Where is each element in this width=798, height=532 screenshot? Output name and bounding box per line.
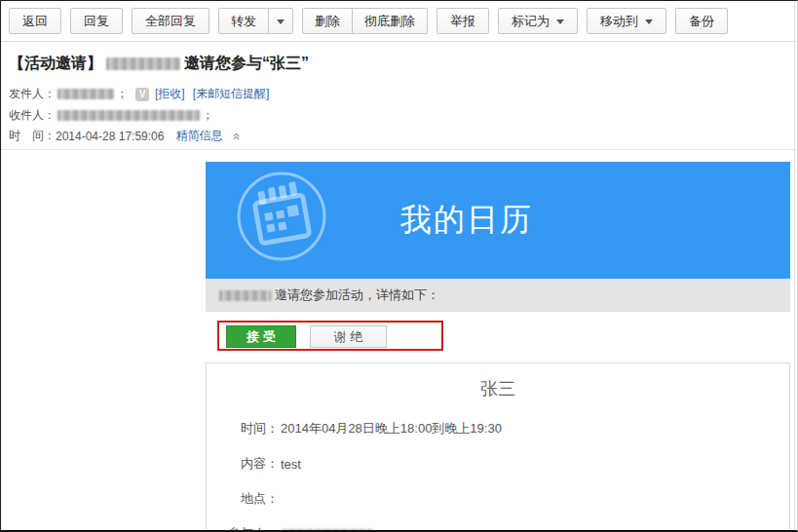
detail-row-content: 内容： test (226, 455, 789, 473)
event-name: 张三 (207, 377, 789, 400)
verified-v-icon: V (135, 88, 149, 101)
accept-button[interactable]: 接 受 (226, 325, 296, 348)
rsvp-actions: 接 受 谢 绝 (206, 312, 790, 362)
detail-label: 参与人： (226, 525, 279, 532)
redacted-inviter-name (106, 57, 180, 70)
detail-label: 内容： (226, 455, 279, 473)
sender-row: 发件人： ； V [拒收] [来邮短信提醒] (9, 87, 277, 101)
header-separator (1, 149, 796, 150)
move-to-label: 移动到 (600, 13, 638, 30)
recipient-row: 收件人： ； (9, 108, 213, 123)
move-to-button[interactable]: 移动到 (587, 8, 666, 34)
invite-summary-bar: 邀请您参加活动，详情如下： (206, 279, 790, 312)
sms-alert-link[interactable]: [来邮短信提醒] (193, 86, 270, 102)
mark-as-label: 标记为 (512, 13, 550, 30)
redacted-recipient-address (57, 110, 200, 121)
detail-value (281, 525, 374, 532)
time-row: 时 间： 2014-04-28 17:59:06 精简信息 « (9, 129, 241, 143)
semicolon: ； (202, 107, 213, 124)
back-button[interactable]: 返回 (9, 8, 61, 34)
forward-button-group: 转发 (218, 8, 293, 34)
detail-row-time: 时间： 2014年04月28日晚上18:00到晚上19:30 (226, 420, 789, 437)
from-label: 发件人： (9, 86, 56, 102)
mark-as-button[interactable]: 标记为 (498, 8, 578, 34)
detail-value: 2014年04月28日晚上18:00到晚上19:30 (281, 420, 502, 437)
decline-button[interactable]: 谢 绝 (310, 325, 387, 348)
reply-all-button[interactable]: 全部回复 (132, 8, 209, 34)
collapse-chevron-icon[interactable]: « (230, 133, 245, 138)
backup-button[interactable]: 备份 (675, 8, 728, 34)
forward-button[interactable]: 转发 (219, 9, 268, 33)
redacted-inviter-name (219, 290, 272, 301)
detail-row-participants: 参与人： (226, 525, 789, 532)
delete-forever-button[interactable]: 彻底删除 (352, 9, 427, 33)
time-value: 2014-04-28 17:59:06 (56, 130, 164, 143)
dropdown-arrow-icon (645, 19, 653, 28)
invite-summary-text: 邀请您参加活动，详情如下： (275, 286, 439, 304)
event-details-box: 张三 时间： 2014年04月28日晚上18:00到晚上19:30 内容： te… (206, 362, 790, 532)
delete-button[interactable]: 删除 (303, 9, 352, 33)
calendar-invite-card: 我的日历 邀请您参加活动，详情如下： 接 受 谢 绝 张三 时间： 2014年0… (206, 162, 790, 532)
detail-value: test (281, 455, 301, 473)
toolbar-separator (1, 41, 796, 42)
dropdown-arrow-icon (556, 19, 564, 28)
scrollbar-track-line (794, 1, 795, 530)
report-button[interactable]: 举报 (437, 8, 489, 34)
reply-button[interactable]: 回复 (70, 8, 123, 34)
subject-suffix: 邀请您参与“张三” (184, 54, 309, 74)
calendar-banner: 我的日历 (206, 162, 790, 279)
calendar-title: 我的日历 (174, 162, 759, 279)
redacted-participant-name (283, 529, 372, 532)
mail-subject: 【活动邀请】 邀请您参与“张三” (9, 54, 309, 74)
semicolon: ； (116, 86, 128, 102)
forward-dropdown-button[interactable] (268, 9, 292, 33)
dropdown-arrow-icon (277, 19, 285, 28)
subject-prefix: 【活动邀请】 (9, 54, 102, 74)
to-label: 收件人： (9, 107, 56, 124)
time-label: 时 间： (9, 128, 56, 144)
compact-info-link[interactable]: 精简信息 (175, 128, 222, 144)
mail-read-window: 返回 回复 全部回复 转发 删除 彻底删除 举报 标记为 移动到 备份 【活动邀… (0, 0, 798, 532)
detail-row-location: 地点： (226, 490, 789, 508)
detail-label: 时间： (226, 420, 279, 437)
redacted-sender-address (57, 89, 114, 99)
mail-toolbar: 返回 回复 全部回复 转发 删除 彻底删除 举报 标记为 移动到 备份 (9, 8, 728, 34)
detail-label: 地点： (226, 490, 279, 508)
reject-sender-link[interactable]: [拒收] (155, 86, 185, 102)
delete-button-group: 删除 彻底删除 (302, 8, 428, 34)
